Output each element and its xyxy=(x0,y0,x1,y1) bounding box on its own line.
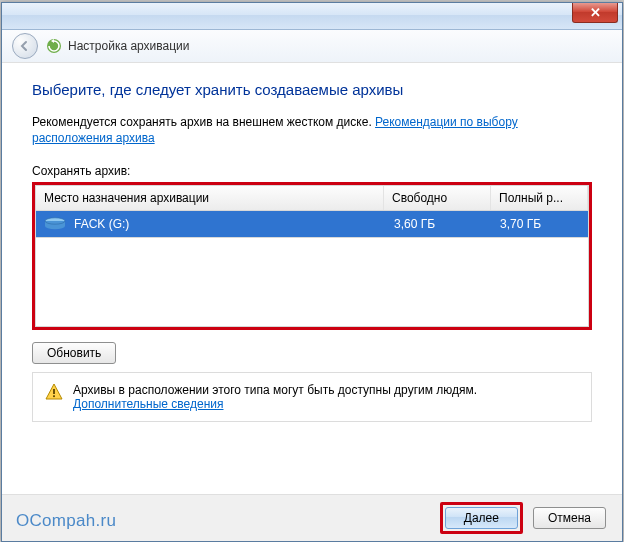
intro-text: Рекомендуется сохранять архив на внешнем… xyxy=(32,114,592,146)
refresh-button[interactable]: Обновить xyxy=(32,342,116,364)
more-info-link[interactable]: Дополнительные сведения xyxy=(73,397,223,411)
col-destination[interactable]: Место назначения архивации xyxy=(36,186,384,210)
table-empty-area xyxy=(35,238,589,327)
header-bar: Настройка архивации xyxy=(2,30,622,63)
drive-total: 3,70 ГБ xyxy=(492,211,588,237)
refresh-wrap: Обновить xyxy=(32,342,592,364)
table-row[interactable]: FACK (G:) 3,60 ГБ 3,70 ГБ xyxy=(35,211,589,238)
col-total[interactable]: Полный р... xyxy=(491,186,588,210)
watermark: OCompah.ru xyxy=(16,511,116,531)
close-button[interactable]: ✕ xyxy=(572,3,618,23)
col-free[interactable]: Свободно xyxy=(384,186,491,210)
save-location-label: Сохранять архив: xyxy=(32,164,592,178)
svg-rect-4 xyxy=(53,396,55,398)
next-button-highlight: Далее xyxy=(440,502,523,534)
warning-panel: Архивы в расположении этого типа могут б… xyxy=(32,372,592,422)
titlebar: ✕ xyxy=(2,3,622,30)
svg-rect-3 xyxy=(53,389,55,394)
table-header: Место назначения архивации Свободно Полн… xyxy=(35,185,589,211)
backup-app-icon xyxy=(46,38,62,54)
hard-drive-icon xyxy=(44,217,66,231)
arrow-left-icon xyxy=(19,40,31,52)
content-area: Выберите, где следует хранить создаваемы… xyxy=(2,63,622,494)
drive-free: 3,60 ГБ xyxy=(386,211,492,237)
warning-body: Архивы в расположении этого типа могут б… xyxy=(73,383,477,411)
footer-bar: OCompah.ru Далее Отмена xyxy=(2,494,622,541)
close-icon: ✕ xyxy=(590,5,601,20)
cancel-button[interactable]: Отмена xyxy=(533,507,606,529)
header-title: Настройка архивации xyxy=(68,39,190,53)
back-button[interactable] xyxy=(12,33,38,59)
next-button[interactable]: Далее xyxy=(445,507,518,529)
warning-text: Архивы в расположении этого типа могут б… xyxy=(73,383,477,397)
destination-table-highlight: Место назначения архивации Свободно Полн… xyxy=(32,182,592,330)
dialog-window: ✕ Настройка архивации Выберите, где след… xyxy=(1,2,623,542)
warning-icon xyxy=(45,383,63,401)
intro-prefix: Рекомендуется сохранять архив на внешнем… xyxy=(32,115,375,129)
drive-name: FACK (G:) xyxy=(74,217,129,231)
page-heading: Выберите, где следует хранить создаваемы… xyxy=(32,81,592,98)
